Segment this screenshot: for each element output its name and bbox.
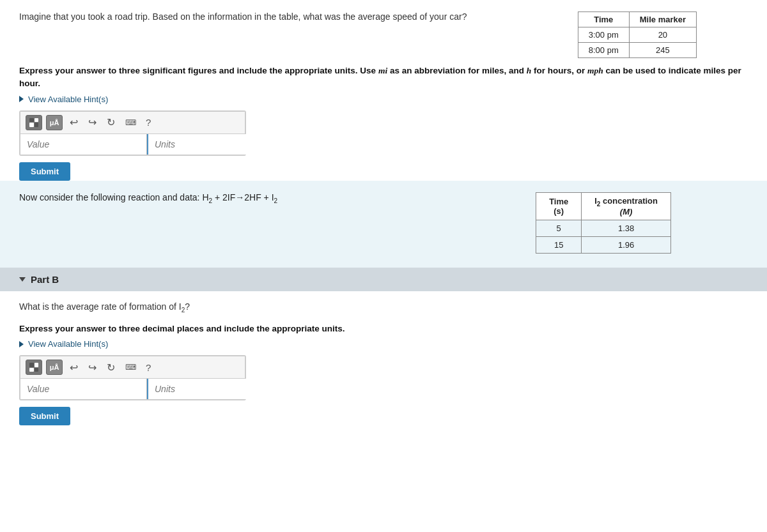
- table-cell-mile-1: 20: [629, 27, 696, 43]
- hint-arrow-icon-a: [19, 96, 24, 102]
- table-header-mile-marker: Mile marker: [629, 12, 696, 27]
- redo-button-b[interactable]: ↪: [85, 360, 100, 375]
- grid-icon-button-a[interactable]: [26, 115, 42, 130]
- reset-button-b[interactable]: ↻: [104, 360, 118, 375]
- conc-header-conc: I2 concentration(M): [582, 192, 671, 220]
- symbols-label-a: μÅ: [50, 119, 59, 126]
- conc-cell-time-1: 5: [536, 220, 582, 237]
- view-hints-link-b[interactable]: View Available Hint(s): [19, 339, 748, 349]
- answer-inputs-a: [20, 134, 245, 155]
- table-row: 5 1.38: [536, 220, 671, 237]
- undo-button-a[interactable]: ↩: [66, 115, 81, 130]
- value-input-b[interactable]: [20, 379, 147, 399]
- table-cell-mile-2: 245: [629, 43, 696, 58]
- part-a-instructions: Express your answer to three significant…: [19, 65, 748, 91]
- part-b-content: What is the average rate of formation of…: [19, 291, 748, 436]
- submit-button-a[interactable]: Submit: [19, 162, 70, 181]
- conc-cell-time-2: 15: [536, 237, 582, 254]
- reset-button-a[interactable]: ↻: [104, 115, 118, 130]
- answer-box-b: μÅ ↩ ↪ ↻ ⌨ ?: [19, 355, 246, 400]
- conc-cell-conc-1: 1.38: [582, 220, 671, 237]
- help-icon-a[interactable]: ?: [143, 116, 153, 129]
- units-input-b[interactable]: [147, 379, 274, 399]
- units-input-a[interactable]: [147, 134, 274, 155]
- symbols-button-a[interactable]: μÅ: [46, 115, 63, 130]
- hint-arrow-icon-b: [19, 341, 24, 347]
- part-b-question: What is the average rate of formation of…: [19, 301, 748, 314]
- conc-cell-conc-2: 1.96: [582, 237, 671, 254]
- table-row: 8:00 pm 245: [578, 43, 696, 58]
- part-b-chevron-icon[interactable]: [19, 277, 26, 282]
- symbols-label-b: μÅ: [50, 363, 59, 371]
- undo-button-b[interactable]: ↩: [66, 360, 81, 375]
- road-trip-table: Time Mile marker 3:00 pm 20 8:00 pm 245: [578, 11, 697, 58]
- grid-icon-button-b[interactable]: [26, 360, 42, 375]
- table-cell-time-2: 8:00 pm: [578, 43, 629, 58]
- answer-toolbar-b: μÅ ↩ ↪ ↻ ⌨ ?: [20, 356, 245, 379]
- part-b-instructions: Express your answer to three decimal pla…: [19, 323, 748, 335]
- answer-toolbar-a: μÅ ↩ ↪ ↻ ⌨ ?: [20, 112, 245, 134]
- concentration-table: Time(s) I2 concentration(M) 5 1.38 15 1.…: [536, 192, 671, 254]
- table-row: 3:00 pm 20: [578, 27, 696, 43]
- hint-link-label-b: View Available Hint(s): [28, 339, 108, 349]
- answer-inputs-b: [20, 379, 245, 399]
- answer-box-a: μÅ ↩ ↪ ↻ ⌨ ?: [19, 110, 246, 156]
- table-cell-time-1: 3:00 pm: [578, 27, 629, 43]
- table-row: 15 1.96: [536, 237, 671, 254]
- symbols-button-b[interactable]: μÅ: [46, 360, 63, 375]
- view-hints-link-a[interactable]: View Available Hint(s): [19, 95, 748, 104]
- part-b-label: Part B: [31, 274, 59, 285]
- reaction-section: Time(s) I2 concentration(M) 5 1.38 15 1.…: [0, 181, 767, 268]
- value-input-a[interactable]: [20, 134, 147, 155]
- help-icon-b[interactable]: ?: [143, 361, 153, 374]
- redo-button-a[interactable]: ↪: [85, 115, 100, 130]
- hint-link-label-a: View Available Hint(s): [28, 95, 108, 104]
- submit-button-b[interactable]: Submit: [19, 407, 70, 425]
- conc-header-time: Time(s): [536, 192, 582, 220]
- part-b-header: Part B: [0, 268, 767, 291]
- table-header-time: Time: [578, 12, 629, 27]
- keyboard-button-a[interactable]: ⌨: [122, 117, 139, 128]
- keyboard-button-b[interactable]: ⌨: [122, 361, 139, 373]
